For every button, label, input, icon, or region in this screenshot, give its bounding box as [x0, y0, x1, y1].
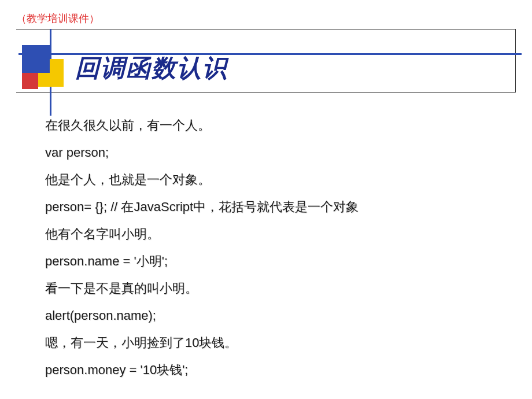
content-line: 他有个名字叫小明。 — [45, 224, 509, 243]
decoration-blue-block — [22, 45, 50, 73]
content-line: 嗯，有一天，小明捡到了10块钱。 — [45, 333, 509, 352]
content-line: 他是个人，也就是一个对象。 — [45, 170, 509, 189]
content-line: 看一下是不是真的叫小明。 — [45, 279, 509, 298]
content-line: 在很久很久以前，有一个人。 — [45, 116, 509, 135]
content-line: var person; — [45, 143, 509, 162]
content-line: alert(person.name); — [45, 306, 509, 325]
slide-title: 回调函数认识 — [75, 52, 228, 84]
slide-content: 在很久很久以前，有一个人。 var person; 他是个人，也就是一个对象。 … — [45, 116, 509, 387]
header-label: （教学培训课件） — [16, 12, 99, 25]
content-line: person= {}; // 在JavaScript中，花括号就代表是一个对象 — [45, 197, 509, 216]
decoration-blocks — [22, 45, 74, 97]
content-line: person.name = '小明'; — [45, 252, 509, 271]
content-line: person.money = '10块钱'; — [45, 360, 509, 379]
decoration-red-block — [22, 73, 38, 89]
